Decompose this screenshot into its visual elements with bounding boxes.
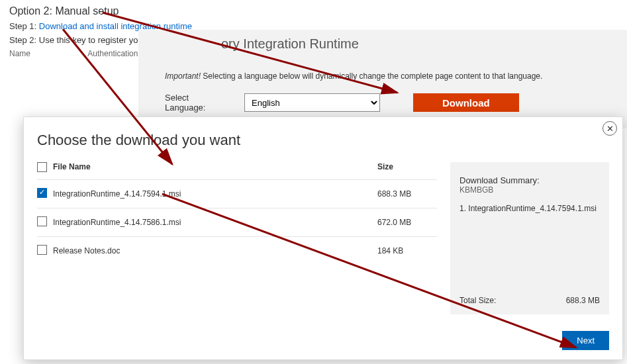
page-heading: ory Integration Runtime [221,36,607,52]
download-button[interactable]: Download [413,93,519,112]
important-text: Selecting a language below will dynamica… [201,71,542,81]
select-all-checkbox[interactable] [37,162,47,172]
col-name-label: Name [9,49,85,58]
option-title: Option 2: Manual setup [9,5,618,17]
summary-item: 1. IntegrationRuntime_4.14.7594.1.msi [459,204,600,213]
file-list: File Name Size IntegrationRuntime_4.14.7… [37,162,437,332]
file-size: 688.3 MB [377,189,437,199]
close-icon[interactable]: ✕ [603,121,617,136]
file-row: Release Notes.doc184 KB [37,236,437,265]
language-select[interactable]: English [244,93,380,112]
file-row: IntegrationRuntime_4.14.7586.1.msi672.0 … [37,208,437,236]
important-label: Important! [165,71,201,81]
summary-sub: KBMBGB [459,185,600,195]
total-value: 688.3 MB [566,296,600,305]
select-language-label: Select Language: [165,93,231,113]
file-name: IntegrationRuntime_4.14.7594.1.msi [53,189,377,199]
file-row: IntegrationRuntime_4.14.7594.1.msi688.3 … [37,179,437,208]
size-header: Size [377,162,437,174]
download-summary: Download Summary: KBMBGB 1. IntegrationR… [450,162,609,314]
download-page-panel: ory Integration Runtime Important! Selec… [138,30,627,128]
total-label: Total Size: [459,296,496,305]
file-checkbox[interactable] [37,245,47,255]
download-chooser-modal: ✕ Choose the download you want File Name… [23,116,623,360]
next-button[interactable]: Next [562,331,609,350]
important-note: Important! Selecting a language below wi… [165,71,607,81]
file-size: 672.0 MB [377,218,437,227]
file-checkbox[interactable] [37,188,47,198]
step1-prefix: Step 1: [9,21,39,31]
file-checkbox[interactable] [37,216,47,226]
summary-title: Download Summary: [459,175,600,185]
file-size: 184 KB [377,246,437,255]
modal-title: Choose the download you want [24,117,622,162]
file-name: IntegrationRuntime_4.14.7586.1.msi [53,218,377,227]
file-name-header: File Name [53,162,377,174]
file-name: Release Notes.doc [53,246,377,255]
